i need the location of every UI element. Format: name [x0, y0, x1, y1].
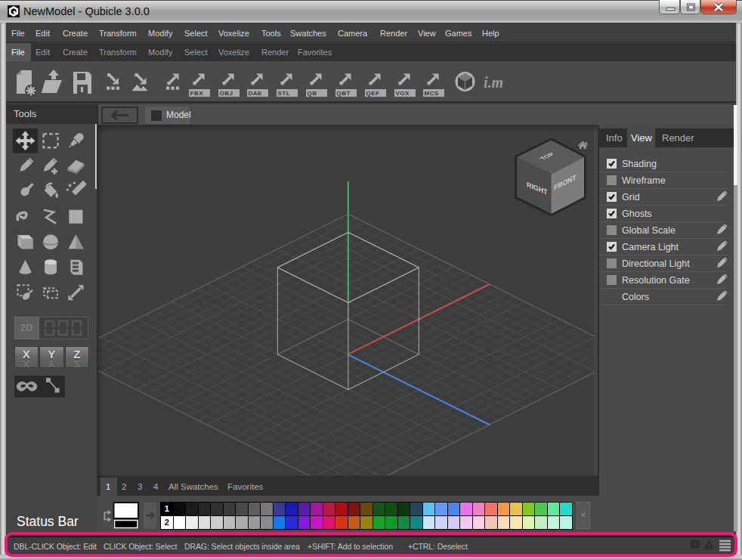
- svg-text:QEF: QEF: [366, 90, 380, 97]
- svg-text:STL: STL: [278, 90, 291, 97]
- svg-text:QBT: QBT: [337, 90, 351, 97]
- svg-text:QB: QB: [308, 90, 317, 97]
- svg-text:MCS: MCS: [425, 90, 439, 97]
- svg-text:i.m: i.m: [484, 74, 503, 91]
- svg-text:DAE: DAE: [249, 90, 263, 97]
- svg-text:VOX: VOX: [396, 90, 410, 97]
- svg-text:FBX: FBX: [190, 90, 204, 97]
- svg-text:OBJ: OBJ: [220, 90, 233, 97]
